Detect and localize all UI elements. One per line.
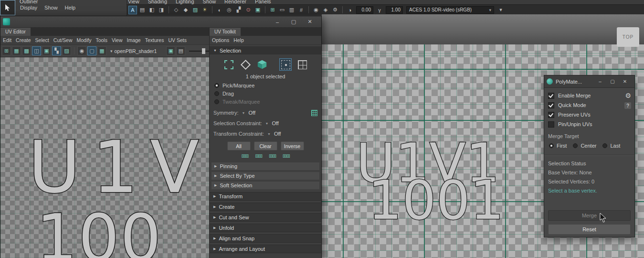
checkbox-preserve-uvs[interactable]: Preserve UVs: [544, 110, 634, 119]
radio-center[interactable]: Center: [573, 143, 596, 149]
radio-last[interactable]: Last: [602, 143, 620, 149]
uv-pixel-snap-icon[interactable]: ▩: [22, 46, 31, 55]
grid-icon[interactable]: ⊞: [268, 6, 277, 14]
button-inverse[interactable]: Inverse: [281, 141, 304, 150]
reset-button[interactable]: Reset: [548, 224, 631, 235]
pan-zoom-icon[interactable]: ◈: [321, 6, 330, 14]
dropdown-value[interactable]: Off: [274, 131, 281, 137]
mode-tweak-marquee[interactable]: Tweak/Marquee: [214, 97, 321, 106]
marquee-select-icon[interactable]: [222, 58, 235, 71]
anti-alias-icon[interactable]: ▞: [234, 6, 243, 14]
outliner-menu-display[interactable]: Display: [20, 5, 37, 11]
subsection-pinning[interactable]: ▶Pinning: [211, 162, 319, 170]
select-tool-icon[interactable]: [0, 0, 15, 15]
close-button[interactable]: ✕: [302, 17, 318, 27]
uv-menu-textures[interactable]: Textures: [145, 37, 164, 43]
ambient-occlusion-icon[interactable]: ◎: [225, 6, 233, 14]
mode-drag[interactable]: Drag: [214, 89, 321, 97]
cube-3d-select-icon[interactable]: [256, 58, 268, 71]
panel-menu-renderer[interactable]: Renderer: [224, 0, 246, 4]
wireframe-icon[interactable]: ◇: [172, 6, 180, 14]
outliner-menu-help[interactable]: Help: [65, 5, 76, 11]
shadows-icon[interactable]: ◐: [215, 6, 224, 14]
settings-gear-icon[interactable]: ⚙: [331, 6, 339, 14]
section-cut-and-sew[interactable]: ▶Cut and Sew: [210, 213, 321, 222]
dropdown-value[interactable]: Off: [249, 110, 255, 116]
snapshot-icon[interactable]: ▤: [138, 6, 147, 14]
uv-menu-modify[interactable]: Modify: [76, 37, 91, 43]
checkbox-quick-mode[interactable]: Quick Mode: [544, 100, 634, 110]
merge-button[interactable]: Merge: [548, 210, 631, 221]
subsection-select-by-type[interactable]: ▶Select By Type: [211, 172, 319, 180]
help-icon[interactable]: ?: [624, 102, 631, 109]
select-by-name-icon[interactable]: A: [128, 6, 137, 14]
uv-edit-pivot-icon[interactable]: ⊞: [2, 46, 11, 55]
exposure-field[interactable]: 0.00: [356, 6, 373, 14]
uv-texture-borders-icon[interactable]: ▣: [42, 46, 51, 55]
close-button[interactable]: ✕: [619, 76, 631, 87]
uv-camera-icon[interactable]: ◉: [77, 46, 86, 55]
gate-mask-icon[interactable]: ▥: [287, 6, 296, 14]
section-transform[interactable]: ▶Transform: [210, 192, 321, 201]
polymate-titlebar[interactable]: PolyMate... –▢✕: [544, 75, 634, 88]
section-unfold[interactable]: ▶Unfold: [210, 224, 321, 232]
toolkit-menu-help[interactable]: Help: [233, 37, 244, 43]
checkbox-enable-merge[interactable]: Enable Merge: [544, 91, 634, 100]
shader-name[interactable]: openPBR_shader1: [115, 48, 157, 54]
uv-menu-edit[interactable]: Edit: [3, 37, 11, 43]
camera-icon[interactable]: ◉: [312, 6, 320, 14]
gamma-field[interactable]: 1.00: [386, 6, 403, 14]
dropdown-value[interactable]: Off: [272, 120, 278, 126]
uv-distortion-icon[interactable]: ▨: [62, 46, 71, 55]
panel-menu-lighting[interactable]: Lighting: [176, 0, 194, 4]
toolkit-menu-options[interactable]: Options: [212, 37, 229, 43]
gamma-icon[interactable]: γ: [375, 6, 384, 14]
topological-symmetry-icon[interactable]: [311, 110, 317, 116]
uv-menu-select[interactable]: Select: [35, 37, 49, 43]
button-all[interactable]: All: [227, 141, 251, 150]
checkbox-pin-unpin-uvs[interactable]: Pin/Unpin UVs: [544, 119, 634, 129]
subsection-soft-selection[interactable]: ▶Soft Selection: [211, 182, 319, 189]
minimize-button[interactable]: –: [269, 17, 285, 27]
isolate-select-icon[interactable]: ▣: [253, 6, 262, 14]
convert-to-edge-icon[interactable]: ⊞⊞: [255, 153, 262, 159]
convert-to-face-icon[interactable]: ⊞⊞: [269, 153, 276, 159]
button-clear[interactable]: Clear: [254, 141, 277, 150]
maximize-button[interactable]: ▢: [606, 76, 619, 87]
chevron-down-icon[interactable]: ▼: [267, 132, 271, 136]
texel-select-icon[interactable]: [279, 58, 292, 71]
lasso-select-icon[interactable]: [239, 58, 252, 71]
section-arrange-and-layout[interactable]: ▶Arrange and Layout: [210, 245, 321, 253]
uv-menu-image[interactable]: Image: [127, 37, 141, 43]
radio-first[interactable]: First: [549, 143, 567, 149]
maximize-button[interactable]: ▢: [285, 17, 302, 27]
resolution-gate-icon[interactable]: ▭: [278, 6, 286, 14]
uv-grid-snap-icon[interactable]: ▦: [12, 46, 21, 55]
outliner-menu-show[interactable]: Show: [44, 5, 58, 11]
uv-checker-icon[interactable]: ▚: [52, 46, 61, 55]
section-create[interactable]: ▶Create: [210, 203, 321, 211]
chevron-down-icon[interactable]: ▾: [496, 6, 505, 14]
minimize-button[interactable]: –: [594, 76, 606, 87]
panel-menu-show[interactable]: Show: [203, 0, 216, 4]
panel-menu-view[interactable]: View: [128, 0, 139, 4]
section-align-and-snap[interactable]: ▶Align and Snap: [210, 234, 321, 243]
layout-split-icon[interactable]: ◨: [157, 6, 166, 14]
panel-menu-panels[interactable]: Panels: [255, 0, 271, 4]
view-transform-select[interactable]: ACES 1.0 SDR-video (sRGB)▾: [406, 6, 494, 14]
xray-icon[interactable]: ⊙: [244, 6, 253, 14]
safe-title-icon[interactable]: #: [297, 6, 306, 14]
settings-gear-icon[interactable]: ⚙: [625, 92, 631, 99]
tab-uv-editor[interactable]: UV Editor: [0, 28, 31, 36]
uv-canvas[interactable]: U1V 100: [0, 57, 209, 258]
shaded-icon[interactable]: ◆: [181, 6, 190, 14]
lights-icon[interactable]: ☀: [201, 6, 209, 14]
uv-editor-titlebar[interactable]: –▢✕: [0, 16, 321, 28]
shader-dropdown-caret[interactable]: ▾: [110, 49, 113, 54]
convert-to-uv-icon[interactable]: ⊞⊞: [283, 153, 290, 159]
uv-menu-create[interactable]: Create: [16, 37, 31, 43]
uv-isolate-icon[interactable]: ▣: [166, 46, 175, 55]
chevron-down-icon[interactable]: ▼: [242, 111, 245, 115]
dim-image-slider[interactable]: [189, 51, 209, 52]
chevron-down-icon[interactable]: ▼: [265, 122, 269, 125]
